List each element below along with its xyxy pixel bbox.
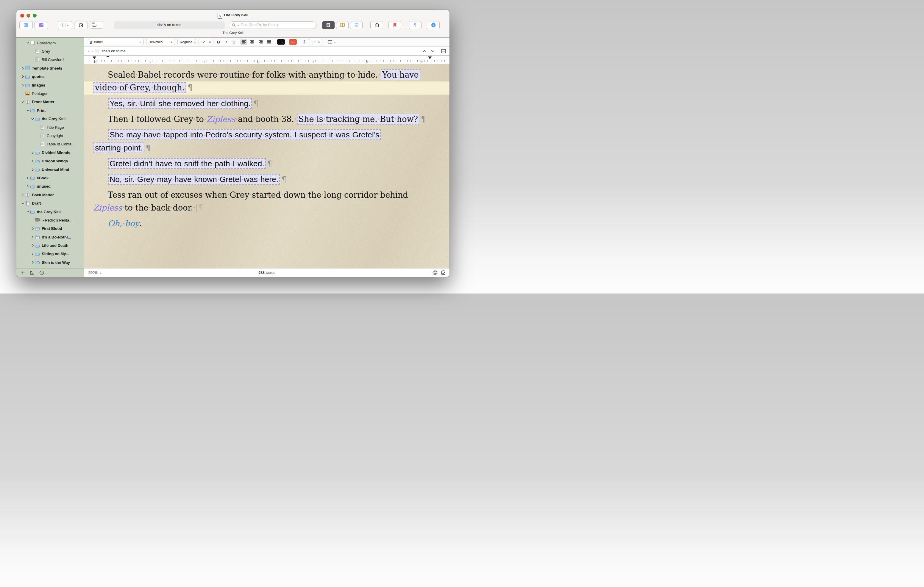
- chevron-right-icon[interactable]: [26, 177, 30, 179]
- binder-item[interactable]: Images: [16, 81, 84, 89]
- text-color-well[interactable]: ⌄: [277, 39, 285, 44]
- align-center-button[interactable]: [249, 39, 256, 45]
- font-dropdown[interactable]: Helvetica⇅: [146, 39, 175, 45]
- bold-button[interactable]: B: [216, 40, 221, 44]
- binder-item[interactable]: Print: [16, 106, 84, 115]
- chevron-right-icon[interactable]: [30, 236, 35, 238]
- document-title-field[interactable]: she's on to me: [114, 21, 225, 29]
- right-margin-marker[interactable]: [428, 56, 432, 59]
- view-mode-outline-button[interactable]: [350, 21, 363, 29]
- binder-item[interactable]: Back Matter: [16, 191, 84, 199]
- inspector-info-button[interactable]: i: [427, 21, 440, 29]
- split-editor-button[interactable]: [441, 49, 446, 53]
- chevron-right-icon[interactable]: [30, 159, 35, 162]
- add-folder-button[interactable]: [30, 271, 35, 275]
- paragraph[interactable]: She·may·have·tapped·into·Pedro’s·securit…: [93, 128, 436, 154]
- binder-item[interactable]: Draft: [16, 199, 84, 207]
- paragraph[interactable]: Gretel·didn’t·have·to·sniff·the·path·I·w…: [93, 157, 436, 170]
- inline-annotation[interactable]: video·of·Grey,·though.: [94, 82, 186, 93]
- paragraph[interactable]: Oh,·boy.: [93, 217, 436, 230]
- bookmark-button[interactable]: [388, 21, 401, 29]
- search-input[interactable]: ⌄ Text (RegEx, by Case): [229, 21, 317, 29]
- chevron-right-icon[interactable]: [26, 185, 30, 187]
- binder-options-button[interactable]: ⌄: [40, 271, 47, 275]
- add-document-button[interactable]: [21, 271, 25, 275]
- inline-annotation[interactable]: She·may·have·tapped·into·Pedro’s·securit…: [108, 129, 381, 140]
- first-line-indent-marker[interactable]: [107, 56, 109, 59]
- chevron-down-icon[interactable]: [21, 101, 25, 103]
- binder-item[interactable]: TTemplate Sheets: [16, 64, 84, 72]
- binder-item[interactable]: Copyright: [16, 132, 84, 140]
- inline-annotation[interactable]: She·is·tracking·me.·But·how?: [297, 113, 420, 125]
- chevron-right-icon[interactable]: [21, 84, 25, 87]
- inline-annotation[interactable]: Gretel·didn’t·have·to·sniff·the·path·I·w…: [108, 158, 266, 169]
- chevron-right-icon[interactable]: [21, 67, 25, 69]
- chevron-right-icon[interactable]: [30, 261, 35, 264]
- paragraph[interactable]: Tess·ran·out·of·excuses·when·Grey·starte…: [93, 189, 436, 214]
- left-margin-marker[interactable]: [92, 56, 96, 59]
- paragraph[interactable]: No,·sir.·Grey·may·have·known·Gretel·was·…: [93, 173, 436, 186]
- binder-item[interactable]: Sitting on My...: [16, 250, 84, 258]
- editor-text-area[interactable]: Sealed·Babel·records·were·routine·for·fo…: [84, 64, 449, 268]
- binder-item[interactable]: Skin is the Way: [16, 258, 84, 266]
- chevron-right-icon[interactable]: [30, 227, 35, 230]
- chevron-right-icon[interactable]: [21, 75, 25, 78]
- invisibles-toggle-button[interactable]: ¶: [409, 21, 421, 29]
- add-item-button[interactable]: ⌄: [58, 21, 73, 29]
- binder-item[interactable]: Characters: [16, 39, 84, 47]
- view-mode-document-button[interactable]: [322, 21, 335, 29]
- navigate-forward-button[interactable]: ›: [92, 49, 93, 53]
- paragraph[interactable]: Sealed·Babel·records·were·routine·for·fo…: [93, 68, 436, 94]
- binder-toggle-button[interactable]: [19, 21, 33, 29]
- chevron-down-icon[interactable]: [26, 42, 30, 44]
- chevron-down-icon[interactable]: [30, 118, 35, 120]
- binder-item[interactable]: It’s a Do-Nothi...: [16, 233, 84, 241]
- chevron-down-icon[interactable]: [26, 211, 30, 213]
- next-document-button[interactable]: [431, 50, 435, 53]
- previous-document-button[interactable]: [423, 50, 427, 53]
- chevron-down-icon[interactable]: [26, 109, 30, 111]
- binder-item[interactable]: Divided Minnds: [16, 148, 84, 157]
- align-justify-button[interactable]: [265, 39, 272, 45]
- paragraph[interactable]: Then·I·followed·Grey·to·Zipless·and·boot…: [93, 113, 436, 125]
- binder-item[interactable]: ~ Pedro's Penta...: [16, 216, 84, 224]
- font-size-dropdown[interactable]: 12⇅: [198, 39, 213, 45]
- line-spacing-stepper[interactable]: 1.1⇅: [309, 39, 322, 45]
- chevron-right-icon[interactable]: [30, 252, 35, 255]
- binder-item[interactable]: eBook: [16, 174, 84, 182]
- navigate-back-button[interactable]: ‹: [88, 49, 89, 53]
- italic-button[interactable]: I: [224, 39, 229, 44]
- binder-item[interactable]: the Grey Kell: [16, 207, 84, 216]
- binder-item[interactable]: Front Matter: [16, 98, 84, 106]
- binder-item[interactable]: Grey: [16, 47, 84, 55]
- inline-annotation[interactable]: No,·sir.·Grey·may·have·known·Gretel·was·…: [108, 174, 280, 185]
- chevron-right-icon[interactable]: [30, 244, 35, 247]
- document-text[interactable]: Sealed·Babel·records·were·routine·for·fo…: [93, 68, 436, 233]
- underline-button[interactable]: U: [231, 40, 237, 44]
- compose-button[interactable]: [74, 21, 88, 29]
- chevron-right-icon[interactable]: [30, 151, 35, 154]
- chevron-right-icon[interactable]: [21, 194, 25, 196]
- binder-item[interactable]: unused: [16, 182, 84, 191]
- align-left-button[interactable]: [240, 39, 248, 45]
- binder-item[interactable]: the Grey Kell: [16, 115, 84, 123]
- inspector-toggle-button[interactable]: [35, 21, 48, 29]
- binder-item[interactable]: Table of Conte...: [16, 140, 84, 148]
- inline-annotation[interactable]: You·have: [381, 69, 420, 80]
- font-variant-dropdown[interactable]: Regular⇅: [177, 39, 196, 45]
- binder-item[interactable]: First Blood: [16, 225, 84, 233]
- binder-item[interactable]: Universal Mind: [16, 165, 84, 174]
- style-dropdown[interactable]: aBabel⌄: [88, 39, 144, 45]
- chevron-right-icon[interactable]: [30, 168, 35, 171]
- binder-item[interactable]: Title Page: [16, 123, 84, 132]
- titlebar[interactable]: SThe Grey Kell: [16, 10, 449, 20]
- align-right-button[interactable]: [257, 39, 264, 45]
- binder-item[interactable]: Life and Death: [16, 241, 84, 250]
- view-mode-corkboard-button[interactable]: [336, 21, 348, 29]
- binder-item[interactable]: Dragon Wings: [16, 157, 84, 165]
- binder-item[interactable]: quotes: [16, 72, 84, 81]
- inline-annotation[interactable]: Yes,·sir.·Until·she·removed·her·clothing…: [108, 98, 252, 109]
- search-scope-chevron-icon[interactable]: ⌄: [237, 23, 239, 26]
- autocorrect-button[interactable]: ab↳ac: [90, 21, 103, 28]
- binder-item[interactable]: Pentagon: [16, 89, 84, 97]
